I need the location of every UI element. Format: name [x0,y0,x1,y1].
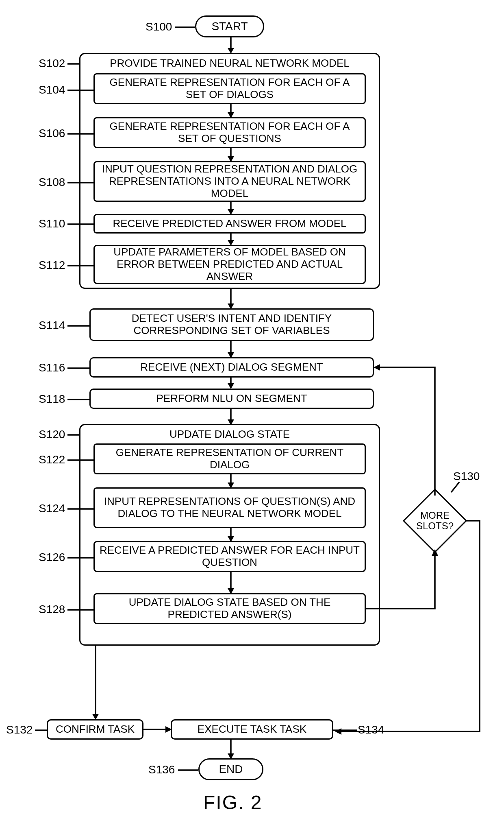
step-s112: UPDATE PARAMETERS OF MODEL BASED ON ERRO… [93,245,366,284]
svg-marker-43 [92,714,99,720]
step-s110: RECEIVE PREDICTED ANSWER FROM MODEL [93,214,366,234]
label-s128: S128 [39,603,65,616]
step-s122: GENERATE REPRESENTATION OF CURRENT DIALO… [93,443,366,474]
label-s122: S122 [39,453,65,466]
step-s122-text: GENERATE REPRESENTATION OF CURRENT DIALO… [99,447,361,471]
label-s100: S100 [146,20,172,33]
leader-s116 [67,367,89,369]
leader-s106 [67,133,93,135]
leader-s132 [35,729,47,731]
leader-s110 [67,223,93,225]
label-s120: S120 [39,428,65,441]
end-text: END [219,763,243,776]
step-s124: INPUT REPRESENTATIONS OF QUESTION(S) AND… [93,487,366,528]
end-terminal: END [198,758,263,780]
leader-s122 [67,459,93,461]
step-s128-text: UPDATE DIALOG STATE BASED ON THE PREDICT… [99,596,361,621]
arrow-s108-s110 [227,202,235,215]
label-s126: S126 [39,551,65,564]
start-text: START [211,20,248,33]
step-s116: RECEIVE (NEXT) DIALOG SEGMENT [89,357,374,378]
step-s110-text: RECEIVE PREDICTED ANSWER FROM MODEL [113,218,347,230]
arrow-s122-s124 [227,474,235,488]
step-s118-text: PERFORM NLU ON SEGMENT [156,393,307,405]
leader-s102 [67,63,79,65]
step-s134: EXECUTE TASK TASK [171,719,333,740]
leader-s124 [67,508,93,510]
label-s106: S106 [39,127,65,140]
arrow-s110-s112 [227,234,235,246]
label-s108: S108 [39,176,65,189]
label-s124: S124 [39,502,65,515]
arrow-s118-group2 [227,409,235,425]
step-s134-text: EXECUTE TASK TASK [198,723,306,736]
step-s124-text: INPUT REPRESENTATIONS OF QUESTION(S) AND… [99,496,361,520]
step-s104: GENERATE REPRESENTATION FOR EACH OF A SE… [93,73,366,104]
step-s132: CONFIRM TASK [47,719,143,740]
arrow-s106-s108 [227,148,235,162]
arrow-s132-s134 [143,725,172,734]
arrow-diamond-yes-s116 [372,366,453,496]
step-s108-text: INPUT QUESTION REPRESENTATION AND DIALOG… [99,163,361,200]
label-s104: S104 [39,83,65,96]
step-s114: DETECT USER'S INTENT AND IDENTIFY CORRES… [89,308,374,341]
leader-s120 [67,434,79,436]
figure-caption: FIG. 2 [203,791,262,814]
leader-s126 [67,557,93,559]
arrow-diamond-no-s134 [333,520,484,736]
label-s136: S136 [148,763,175,776]
step-s126: RECEIVE A PREDICTED ANSWER FOR EACH INPU… [93,541,366,572]
group2-title: UPDATE DIALOG STATE [79,428,380,441]
step-s118: PERFORM NLU ON SEGMENT [89,389,374,409]
label-s132: S132 [6,723,33,736]
step-s106: GENERATE REPRESENTATION FOR EACH OF A SE… [93,117,366,148]
step-s106-text: GENERATE REPRESENTATION FOR EACH OF A SE… [99,120,361,145]
leader-s136 [178,769,198,771]
label-s116: S116 [39,361,65,374]
leader-s100 [175,26,195,28]
leader-s104 [67,90,93,91]
arrow-group2-s132 [91,646,100,720]
label-s114: S114 [39,319,65,332]
arrow-s124-s126 [227,528,235,542]
step-s108: INPUT QUESTION REPRESENTATION AND DIALOG… [93,161,366,202]
leader-s114 [67,325,89,327]
step-s104-text: GENERATE REPRESENTATION FOR EACH OF A SE… [99,76,361,101]
step-s114-text: DETECT USER'S INTENT AND IDENTIFY CORRES… [95,312,369,337]
flowchart-canvas: START S100 PROVIDE TRAINED NEURAL NETWOR… [0,0,504,834]
arrow-group1-s114 [227,289,235,309]
svg-marker-40 [374,364,380,371]
arrow-s126-s128 [227,572,235,594]
step-s116-text: RECEIVE (NEXT) DIALOG SEGMENT [140,361,323,373]
step-s112-text: UPDATE PARAMETERS OF MODEL BASED ON ERRO… [99,246,361,283]
label-s130: S130 [453,470,480,483]
label-s110: S110 [39,217,65,230]
leader-s118 [67,399,89,400]
label-s134: S134 [358,723,384,736]
leader-s112 [67,265,93,266]
arrow-s116-s118 [227,378,235,389]
label-s118: S118 [39,393,65,406]
step-s126-text: RECEIVE A PREDICTED ANSWER FOR EACH INPU… [99,544,361,569]
start-terminal: START [195,15,264,37]
arrow-start-group1 [227,37,235,54]
leader-s134 [333,729,357,731]
label-s112: S112 [39,259,65,272]
leader-s108 [67,182,93,183]
step-s128: UPDATE DIALOG STATE BASED ON THE PREDICT… [93,593,366,624]
arrow-s134-end [227,740,235,759]
arrow-s114-s116 [227,341,235,358]
step-s132-text: CONFIRM TASK [56,723,135,736]
label-s102: S102 [39,57,65,70]
leader-s128 [67,609,93,611]
decision-s130-text: MORE SLOTS? [402,510,467,532]
group1-title: PROVIDE TRAINED NEURAL NETWORK MODEL [79,57,380,70]
arrow-s104-s106 [227,104,235,118]
svg-marker-24 [228,383,234,389]
